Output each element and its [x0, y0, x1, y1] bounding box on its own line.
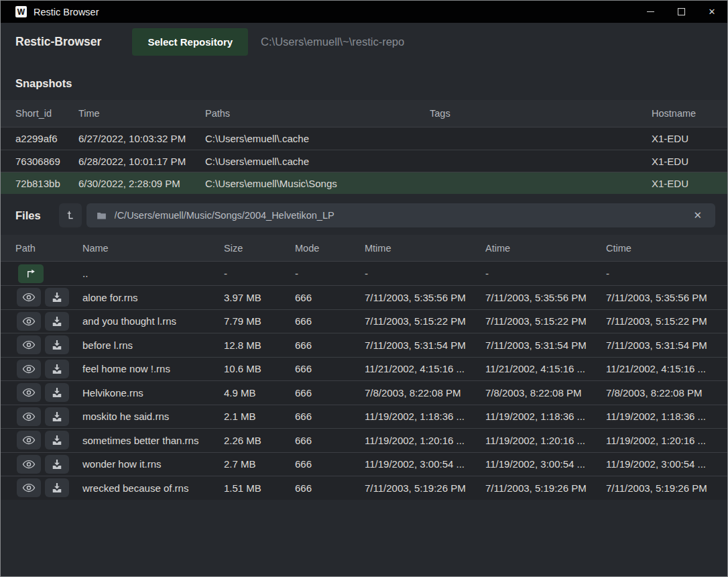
file-row[interactable]: feel home now !.rns 10.6 MB 666 11/21/20…: [1, 357, 727, 381]
preview-file-button[interactable]: [17, 383, 41, 402]
download-file-button[interactable]: [45, 407, 69, 426]
close-button[interactable]: ✕: [696, 1, 727, 23]
snapshot-hostname: X1-EDU: [652, 156, 727, 167]
file-actions: [15, 288, 82, 307]
file-ctime: 11/19/2002, 1:18:36 ...: [606, 411, 727, 422]
file-atime: 7/11/2003, 5:15:22 PM: [485, 315, 606, 327]
snapshot-paths: C:\Users\emuell\Music\Songs: [205, 178, 430, 189]
maximize-icon: [678, 8, 685, 15]
snapshot-row[interactable]: a2299af6 6/27/2022, 10:03:32 PM C:\Users…: [1, 127, 727, 150]
minimize-button[interactable]: [635, 1, 666, 23]
file-name: Helvikone.rns: [82, 387, 224, 399]
parent-dir-icon: [24, 267, 38, 280]
file-row[interactable]: sometimes better than.rns 2.26 MB 666 11…: [1, 428, 727, 452]
eye-icon: [22, 315, 36, 328]
file-ctime: 7/11/2003, 5:19:26 PM: [606, 482, 727, 494]
file-mode: 666: [295, 292, 365, 303]
select-repository-button[interactable]: Select Repository: [132, 28, 248, 56]
file-row[interactable]: wonder how it.rns 2.7 MB 666 11/19/2002,…: [1, 452, 727, 476]
file-mode: 666: [295, 458, 365, 470]
current-path-text: /C/Users/emuell/Music/Songs/2004_Helveti…: [115, 210, 690, 221]
download-file-button[interactable]: [45, 478, 69, 497]
download-icon: [50, 410, 64, 423]
preview-file-button[interactable]: [17, 335, 41, 354]
file-name: wrecked because of.rns: [82, 482, 224, 494]
download-file-button[interactable]: [45, 312, 69, 331]
snapshot-time: 6/27/2022, 10:03:32 PM: [78, 133, 205, 144]
file-actions: [15, 360, 82, 378]
preview-file-button[interactable]: [17, 407, 41, 426]
column-atime: Atime: [485, 243, 606, 254]
file-actions: [15, 407, 82, 426]
file-name: wonder how it.rns: [82, 458, 224, 470]
file-mtime: 7/11/2003, 5:19:26 PM: [365, 482, 485, 494]
download-icon: [50, 386, 64, 399]
column-ctime: Ctime: [606, 243, 727, 254]
file-mode: -: [295, 268, 365, 279]
snapshot-short-id: 72b813bb: [15, 178, 78, 189]
download-file-button[interactable]: [45, 383, 69, 402]
parent-actions: [15, 264, 82, 283]
snapshot-row[interactable]: 76306869 6/28/2022, 10:01:17 PM C:\Users…: [1, 150, 727, 172]
file-size: 4.9 MB: [224, 387, 295, 399]
file-mtime: 7/11/2003, 5:31:54 PM: [365, 339, 485, 351]
snapshot-row-selected[interactable]: 72b813bb 6/30/2022, 2:28:09 PM C:\Users\…: [1, 172, 727, 194]
file-atime: 11/19/2002, 1:20:16 ...: [485, 435, 606, 446]
download-icon: [50, 362, 64, 376]
clear-path-button[interactable]: ✕: [689, 207, 706, 224]
download-file-button[interactable]: [45, 360, 69, 378]
snapshots-table-header: Short_id Time Paths Tags Hostname: [1, 100, 727, 127]
preview-file-button[interactable]: [17, 455, 41, 474]
file-mtime: 7/11/2003, 5:15:22 PM: [365, 315, 485, 327]
snapshot-short-id: a2299af6: [15, 133, 78, 144]
preview-file-button[interactable]: [17, 288, 41, 307]
column-time: Time: [78, 108, 205, 119]
file-atime: 7/11/2003, 5:35:56 PM: [485, 292, 606, 303]
eye-icon: [22, 433, 36, 447]
file-row[interactable]: Helvikone.rns 4.9 MB 666 7/8/2003, 8:22:…: [1, 380, 727, 405]
maximize-button[interactable]: [666, 1, 696, 23]
snapshot-hostname: X1-EDU: [652, 133, 727, 144]
go-parent-directory-button[interactable]: [18, 264, 44, 283]
parent-directory-row[interactable]: .. - - - - -: [1, 262, 727, 285]
file-actions: [15, 431, 82, 450]
file-mode: 666: [295, 387, 365, 399]
files-action-button[interactable]: [59, 203, 82, 227]
file-mtime: 11/19/2002, 3:00:54 ...: [365, 458, 485, 470]
file-ctime: 7/11/2003, 5:35:56 PM: [606, 292, 727, 303]
preview-file-button[interactable]: [17, 312, 41, 331]
file-row[interactable]: moskito he said.rns 2.1 MB 666 11/19/200…: [1, 405, 727, 429]
file-mode: 666: [295, 482, 365, 494]
file-mode: 666: [295, 363, 365, 374]
file-size: 2.26 MB: [224, 435, 295, 446]
current-path-bar[interactable]: /C/Users/emuell/Music/Songs/2004_Helveti…: [86, 203, 715, 227]
download-icon: [50, 433, 64, 447]
download-file-button[interactable]: [45, 288, 69, 307]
file-actions: [15, 455, 82, 474]
file-ctime: 11/19/2002, 1:20:16 ...: [606, 435, 727, 446]
file-row[interactable]: before l.rns 12.8 MB 666 7/11/2003, 5:31…: [1, 333, 727, 357]
preview-file-button[interactable]: [17, 360, 41, 378]
empty-area: [1, 500, 727, 577]
titlebar: W Restic Browser ✕: [1, 1, 727, 23]
file-row[interactable]: wrecked because of.rns 1.51 MB 666 7/11/…: [1, 476, 727, 500]
column-name: Name: [82, 243, 224, 254]
preview-file-button[interactable]: [17, 478, 41, 497]
preview-file-button[interactable]: [17, 431, 41, 450]
app-header: Restic-Browser Select Repository C:\User…: [1, 23, 727, 61]
download-file-button[interactable]: [45, 431, 69, 450]
file-size: 2.1 MB: [224, 411, 295, 422]
file-atime: 7/8/2003, 8:22:08 PM: [485, 387, 606, 399]
repository-path: C:\Users\emuell\~\restic-repo: [261, 36, 404, 48]
download-icon: [50, 458, 64, 471]
download-icon: [50, 481, 64, 494]
file-ctime: 7/11/2003, 5:15:22 PM: [606, 315, 727, 327]
download-file-button[interactable]: [45, 335, 69, 354]
file-row[interactable]: alone for.rns 3.97 MB 666 7/11/2003, 5:3…: [1, 285, 727, 309]
file-ctime: 7/8/2003, 8:22:08 PM: [606, 387, 727, 399]
file-mode: 666: [295, 411, 365, 422]
snapshot-short-id: 76306869: [15, 156, 78, 167]
download-file-button[interactable]: [45, 455, 69, 474]
files-bar: Files /C/Users/emuell/Music/Songs/2004_H…: [1, 203, 727, 228]
file-row[interactable]: and you thought l.rns 7.79 MB 666 7/11/2…: [1, 309, 727, 333]
